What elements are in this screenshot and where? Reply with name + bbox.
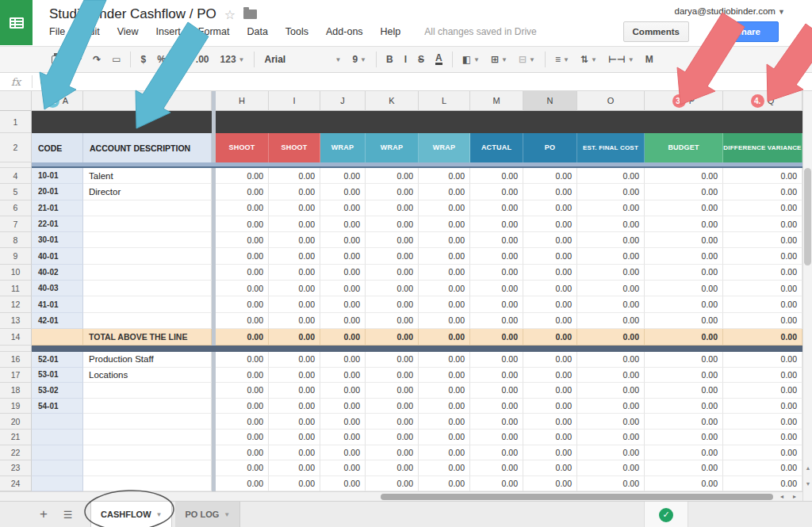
value-cell-L[interactable]: 0.00 [419,200,470,216]
menu-edit[interactable]: Edit [82,26,100,37]
value-cell-J[interactable]: 0.00 [320,200,366,216]
row-header-hidden[interactable] [0,162,32,168]
value-cell-N[interactable]: 0.00 [523,265,577,281]
value-cell-J[interactable]: 0.00 [320,168,366,184]
dropdown-caret-icon[interactable]: ▼ [628,56,634,63]
value-cell-Q[interactable]: 0.00 [723,216,802,232]
row-header-17[interactable]: 17 [0,368,32,384]
value-cell-N[interactable]: 0.00 [523,168,577,184]
value-cell-H[interactable]: 0.00 [216,476,269,492]
row-header-14[interactable]: 14 [0,329,32,346]
account-menu[interactable]: darya@studiobinder.com ▼ [674,6,785,16]
document-title[interactable]: StudioBinder Cashflow / PO [49,6,216,22]
folder-icon[interactable] [243,10,257,19]
column-header-J[interactable]: J [320,91,366,111]
value-cell-O[interactable]: 0.00 [577,399,645,414]
value-cell-P[interactable]: 0.00 [645,248,723,264]
value-cell-O[interactable]: 0.00 [577,265,645,281]
value-cell-I[interactable]: 0.00 [269,329,320,346]
value-cell-N[interactable]: 0.00 [523,329,577,346]
menu-view[interactable]: View [117,26,139,37]
value-cell-H[interactable]: 0.00 [216,445,269,461]
value-cell-K[interactable]: 0.00 [366,399,419,414]
borders-icon[interactable]: ⊞▼ [485,50,513,69]
banner-cell-frozen[interactable] [32,111,212,133]
font-family-select[interactable]: Arial▼ [259,50,347,69]
chip-L-wrap[interactable]: WRAP [419,133,470,162]
value-cell-H[interactable]: 0.00 [216,430,269,445]
value-cell-L[interactable]: 0.00 [419,368,470,384]
code-cell[interactable] [32,430,83,445]
description-cell[interactable]: TOTAL ABOVE THE LINE [83,329,212,346]
value-cell-M[interactable]: 0.00 [470,329,523,346]
chip-O-est-final-cost[interactable]: EST. FINAL COST [577,133,645,162]
code-cell[interactable]: 40-01 [32,248,83,264]
chip-Q-difference-variance[interactable]: DIFFERENCE VARIANCE [723,133,802,162]
value-cell-N[interactable]: 0.00 [523,216,577,232]
value-cell-O[interactable]: 0.00 [577,414,645,430]
value-cell-Q[interactable]: 0.00 [723,184,802,200]
value-cell-H[interactable]: 0.00 [216,265,269,281]
code-cell[interactable] [32,414,83,430]
code-cell[interactable]: 54-01 [32,399,83,414]
undo-icon[interactable]: ↶ [68,50,87,69]
value-cell-M[interactable]: 0.00 [470,368,523,384]
column-header-B[interactable]: 2.B [83,91,212,111]
value-cell-P[interactable]: 0.00 [645,216,723,232]
value-cell-H[interactable]: 0.00 [216,399,269,414]
value-cell-L[interactable]: 0.00 [419,248,470,264]
code-cell[interactable] [32,460,83,476]
value-cell-H[interactable]: 0.00 [216,296,269,312]
value-cell-P[interactable]: 0.00 [645,399,723,414]
value-cell-I[interactable]: 0.00 [269,368,320,384]
row-header-22[interactable]: 22 [0,445,32,461]
value-cell-M[interactable]: 0.00 [470,399,523,414]
star-icon[interactable]: ☆ [224,7,236,22]
value-cell-O[interactable]: 0.00 [577,184,645,200]
code-header-cell[interactable]: CODE [32,133,83,162]
value-cell-I[interactable]: 0.00 [269,265,320,281]
description-cell[interactable] [83,476,212,492]
tab-cashflow[interactable]: CASHFLOW ▼ [90,502,172,527]
value-cell-Q[interactable]: 0.00 [723,168,802,184]
chip-H-shoot[interactable]: SHOOT [216,133,269,162]
value-cell-H[interactable]: 0.00 [216,352,269,368]
value-cell-M[interactable]: 0.00 [470,200,523,216]
description-cell[interactable] [83,281,212,296]
description-cell[interactable] [83,383,212,399]
value-cell-O[interactable]: 0.00 [577,281,645,296]
value-cell-O[interactable]: 0.00 [577,368,645,384]
row-header-23[interactable]: 23 [0,460,32,476]
value-cell-H[interactable]: 0.00 [216,281,269,296]
value-cell-K[interactable]: 0.00 [366,368,419,384]
value-cell-H[interactable]: 0.00 [216,216,269,232]
value-cell-N[interactable]: 0.00 [523,368,577,384]
value-cell-Q[interactable]: 0.00 [723,200,802,216]
menu-file[interactable]: File [49,26,65,37]
column-header-O[interactable]: O [577,91,645,111]
code-cell[interactable]: 53-02 [32,383,83,399]
value-cell-I[interactable]: 0.00 [269,476,320,492]
value-cell-K[interactable]: 0.00 [366,352,419,368]
value-cell-J[interactable]: 0.00 [320,184,366,200]
value-cell-Q[interactable]: 0.00 [723,232,802,248]
dropdown-caret-icon[interactable]: ▼ [360,56,366,63]
strikethrough-icon[interactable]: S [412,50,430,69]
row-header-hidden[interactable] [0,346,32,352]
value-cell-O[interactable]: 0.00 [577,168,645,184]
value-cell-P[interactable]: 0.00 [645,383,723,399]
value-cell-K[interactable]: 0.00 [366,445,419,461]
value-cell-I[interactable]: 0.00 [269,445,320,461]
value-cell-Q[interactable]: 0.00 [723,281,802,296]
value-cell-Q[interactable]: 0.00 [723,430,802,445]
value-cell-L[interactable]: 0.00 [419,168,470,184]
value-cell-Q[interactable]: 0.00 [723,399,802,414]
value-cell-K[interactable]: 0.00 [366,329,419,346]
scroll-up-icon[interactable]: ▲ [803,465,812,471]
row-header-4[interactable]: 4 [0,168,32,184]
value-cell-M[interactable]: 0.00 [470,352,523,368]
value-cell-J[interactable]: 0.00 [320,352,366,368]
value-cell-M[interactable]: 0.00 [470,265,523,281]
value-cell-P[interactable]: 0.00 [645,296,723,312]
row-header-10[interactable]: 10 [0,265,32,281]
